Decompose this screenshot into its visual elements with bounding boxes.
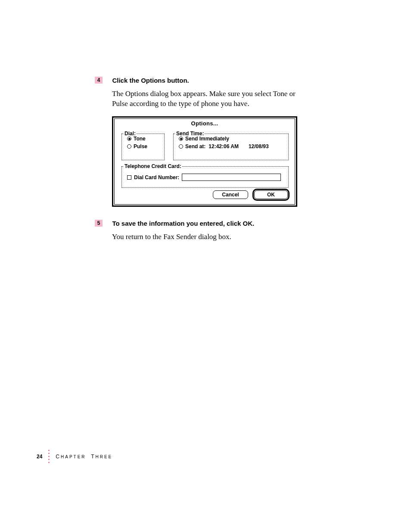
dial-group: Dial: Tone Pulse [121,134,165,160]
send-at-date: 12/08/93 [249,143,269,149]
options-dialog: Options... Dial: Tone Pulse Send Time: [112,116,297,207]
send-immediately-label: Send Immediately [185,136,229,142]
page-footer: 24 CHAPTER THREE [37,450,112,463]
send-time-group-label: Send Time: [175,131,205,137]
credit-card-group: Telephone Credit Card: Dial Card Number: [121,166,289,188]
step-5-title: To save the information you entered, cli… [112,220,254,227]
dial-card-label: Dial Card Number: [134,174,179,180]
dial-group-label: Dial: [124,131,137,137]
step-5-body: You return to the Fax Sender dialog box. [112,232,310,242]
radio-send-immediately[interactable]: Send Immediately [179,136,288,142]
card-number-input[interactable] [182,174,281,181]
step-4-title: Click the Options button. [112,77,189,84]
radio-selected-icon [179,137,183,141]
radio-unselected-icon [127,144,131,149]
send-time-group: Send Time: Send Immediately Send at: 12:… [173,134,289,160]
page-number: 24 [37,454,42,460]
dial-card-checkbox[interactable] [127,175,131,180]
radio-send-at[interactable]: Send at: 12:42:06 AM 12/08/93 [179,143,288,149]
radio-tone-label: Tone [134,136,146,142]
radio-pulse-label: Pulse [134,143,147,149]
dialog-title: Options... [115,120,295,127]
send-at-prefix: Send at: [185,143,206,149]
ok-button[interactable]: OK [254,190,288,199]
radio-selected-icon [127,137,131,141]
footer-dots-icon [48,450,50,463]
default-button-ring: OK [252,189,290,201]
step-4-body: The Options dialog box appears. Make sur… [112,89,310,109]
credit-card-group-label: Telephone Credit Card: [124,163,182,169]
step-number-5: 5 [95,220,103,227]
step-number-4: 4 [95,77,103,84]
chapter-label: CHAPTER THREE [56,454,112,460]
radio-tone[interactable]: Tone [127,136,164,142]
radio-pulse[interactable]: Pulse [127,143,164,149]
send-at-time: 12:42:06 AM [209,143,239,149]
cancel-button[interactable]: Cancel [213,190,248,199]
radio-unselected-icon [179,144,183,149]
